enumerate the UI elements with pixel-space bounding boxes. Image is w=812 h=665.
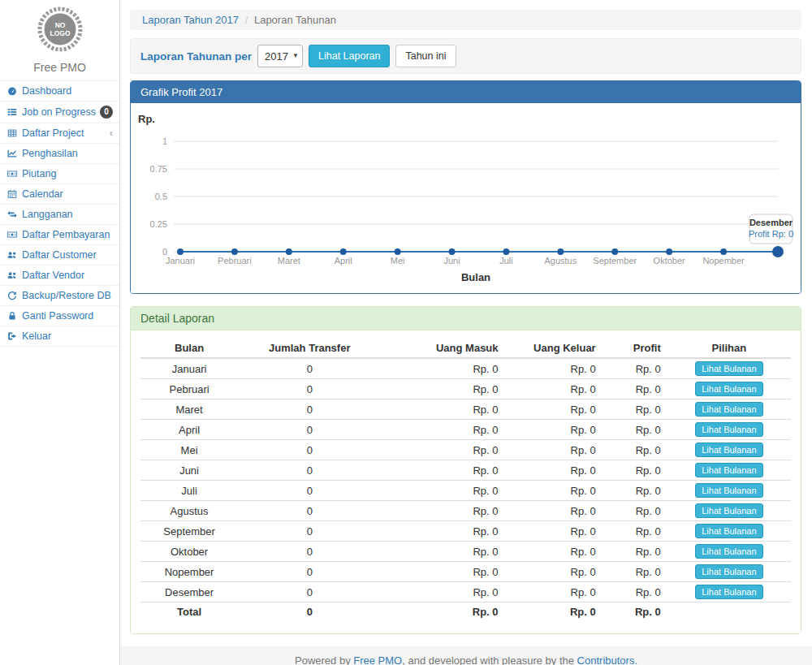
- filter-label: Laporan Tahunan per: [140, 50, 252, 63]
- data-point: [720, 248, 727, 255]
- table-cell: Rp. 0: [505, 582, 603, 602]
- lihat-bulanan-button[interactable]: Lihat Bulanan: [695, 564, 762, 579]
- table-cell-action: Lihat Bulanan: [667, 481, 791, 501]
- table-cell: 0: [238, 521, 381, 542]
- sidebar-item-daftar-project[interactable]: Daftar Project‹: [0, 123, 119, 143]
- sidebar-item-daftar-vendor[interactable]: Daftar Vendor: [0, 265, 119, 285]
- column-header-bulan: Bulan: [140, 339, 238, 358]
- sidebar-item-calendar[interactable]: Calendar: [0, 184, 119, 204]
- filter-panel: Laporan Tahunan per 2017 ▼ Lihat Laporan…: [130, 38, 801, 74]
- x-tick-label: Juli: [499, 256, 513, 266]
- sidebar-item-label: Daftar Vendor: [22, 270, 84, 281]
- free-pmo-link[interactable]: Free PMO: [353, 654, 402, 665]
- table-cell: Pebruari: [140, 379, 238, 399]
- table-cell: Rp. 0: [603, 562, 667, 582]
- data-point: [503, 248, 509, 255]
- lihat-bulanan-button[interactable]: Lihat Bulanan: [695, 585, 762, 599]
- breadcrumb-separator: /: [242, 14, 252, 26]
- table-cell: Rp. 0: [603, 440, 667, 460]
- sidebar-item-label: Daftar Project: [22, 127, 84, 139]
- sidebar-item-ganti-password[interactable]: Ganti Password: [0, 305, 119, 326]
- year-select[interactable]: 2017: [257, 45, 303, 67]
- sidebar-item-keluar[interactable]: Keluar: [0, 326, 119, 347]
- lihat-bulanan-button[interactable]: Lihat Bulanan: [695, 524, 762, 538]
- table-cell: Juni: [140, 460, 238, 481]
- main-content: Laporan Tahun 2017 / Laporan Tahunan Lap…: [120, 0, 812, 665]
- table-cell: 0: [238, 501, 381, 521]
- table-cell: Rp. 0: [381, 582, 504, 602]
- breadcrumb-link[interactable]: Laporan Tahun 2017: [142, 14, 239, 26]
- lihat-bulanan-button[interactable]: Lihat Bulanan: [695, 443, 762, 457]
- lihat-bulanan-button[interactable]: Lihat Bulanan: [695, 544, 762, 559]
- sidebar-nav: DashboardJob on Progress0Daftar Project‹…: [0, 80, 119, 347]
- footer: Powered by Free PMO, and developed with …: [120, 646, 812, 665]
- column-header-uang-keluar: Uang Keluar: [505, 339, 603, 358]
- x-axis-title: Bulan: [461, 271, 490, 283]
- table-cell-action: Lihat Bulanan: [667, 542, 791, 562]
- table-cell: Nopember: [140, 562, 238, 582]
- table-cell: September: [140, 521, 238, 542]
- table-cell: Mei: [140, 440, 238, 460]
- sidebar-item-penghasilan[interactable]: Penghasilan: [0, 143, 119, 163]
- logo-area: NO LOGO Free PMO: [0, 0, 119, 74]
- breadcrumb: Laporan Tahun 2017 / Laporan Tahunan: [130, 10, 801, 30]
- detail-panel: Detail Laporan BulanJumlah TransferUang …: [130, 306, 801, 634]
- table-cell: Rp. 0: [505, 420, 603, 440]
- sidebar-item-job-on-progress[interactable]: Job on Progress0: [0, 101, 119, 123]
- sidebar-item-label: Backup/Restore DB: [22, 290, 111, 301]
- table-cell: 0: [238, 399, 381, 420]
- table-cell: Rp. 0: [505, 481, 603, 501]
- total-cell: Rp. 0: [381, 602, 504, 622]
- sidebar-item-label: Langganan: [22, 209, 73, 220]
- table-cell-action: Lihat Bulanan: [667, 501, 791, 521]
- tahun-ini-button[interactable]: Tahun ini: [395, 45, 456, 67]
- lihat-laporan-button[interactable]: Lihat Laporan: [309, 45, 390, 67]
- table-row-desember: Desember0Rp. 0Rp. 0Rp. 0Lihat Bulanan: [140, 582, 791, 602]
- sidebar-item-daftar-pembayaran[interactable]: Daftar Pembayaran: [0, 224, 119, 244]
- table-cell: Rp. 0: [505, 501, 603, 521]
- table-cell: 0: [238, 379, 381, 399]
- contributors-link[interactable]: Contributors.: [577, 654, 637, 665]
- column-header-profit: Profit: [603, 339, 667, 358]
- sidebar-item-piutang[interactable]: Piutang: [0, 163, 119, 184]
- table-row-januari: Januari0Rp. 0Rp. 0Rp. 0Lihat Bulanan: [140, 358, 791, 379]
- table-row-maret: Maret0Rp. 0Rp. 0Rp. 0Lihat Bulanan: [140, 399, 791, 420]
- logo-text-line2: LOGO: [50, 29, 70, 37]
- table-cell: Oktober: [140, 542, 238, 562]
- x-tick-label: Nopember: [702, 256, 745, 266]
- table-cell: Desember: [140, 582, 238, 602]
- chart-panel-title: Grafik Profit 2017: [131, 81, 801, 103]
- detail-table-header-row: BulanJumlah TransferUang MasukUang Kelua…: [140, 339, 791, 358]
- chart-panel: Grafik Profit 2017 Rp.10.750.50.250Janua…: [130, 80, 801, 294]
- table-cell-action: Lihat Bulanan: [667, 440, 791, 460]
- sidebar-item-label: Piutang: [22, 168, 56, 179]
- table-cell: 0: [238, 420, 381, 440]
- lihat-bulanan-button[interactable]: Lihat Bulanan: [695, 463, 762, 477]
- x-tick-label: September: [593, 256, 637, 266]
- table-cell: Rp. 0: [505, 562, 603, 582]
- brand-name: Free PMO: [0, 61, 119, 74]
- lihat-bulanan-button[interactable]: Lihat Bulanan: [695, 402, 762, 417]
- column-header-pilihan: Pilihan: [667, 339, 791, 358]
- tooltip-title: Desember: [749, 218, 793, 227]
- lihat-bulanan-button[interactable]: Lihat Bulanan: [695, 483, 762, 498]
- table-cell-action: Lihat Bulanan: [667, 420, 791, 440]
- lihat-bulanan-button[interactable]: Lihat Bulanan: [695, 422, 762, 437]
- users-icon: [6, 270, 18, 281]
- table-cell-action: Lihat Bulanan: [667, 521, 791, 542]
- chart-panel-body: Rp.10.750.50.250JanuariPebruariMaretApri…: [131, 103, 801, 293]
- lihat-bulanan-button[interactable]: Lihat Bulanan: [695, 503, 762, 518]
- data-point: [557, 248, 564, 255]
- lihat-bulanan-button[interactable]: Lihat Bulanan: [695, 382, 762, 396]
- sidebar-item-backup-restore-db[interactable]: Backup/Restore DB: [0, 285, 119, 305]
- table-cell: Rp. 0: [381, 420, 504, 440]
- sidebar-item-langganan[interactable]: Langganan: [0, 204, 119, 224]
- table-row-oktober: Oktober0Rp. 0Rp. 0Rp. 0Lihat Bulanan: [140, 542, 791, 562]
- table-cell: Rp. 0: [381, 481, 504, 501]
- sidebar-item-daftar-customer[interactable]: Daftar Customer: [0, 244, 119, 265]
- table-cell: Rp. 0: [381, 501, 504, 521]
- lihat-bulanan-button[interactable]: Lihat Bulanan: [695, 361, 762, 376]
- x-tick-label: Juni: [443, 256, 460, 266]
- table-cell: Rp. 0: [505, 379, 603, 399]
- sidebar-item-dashboard[interactable]: Dashboard: [0, 80, 119, 101]
